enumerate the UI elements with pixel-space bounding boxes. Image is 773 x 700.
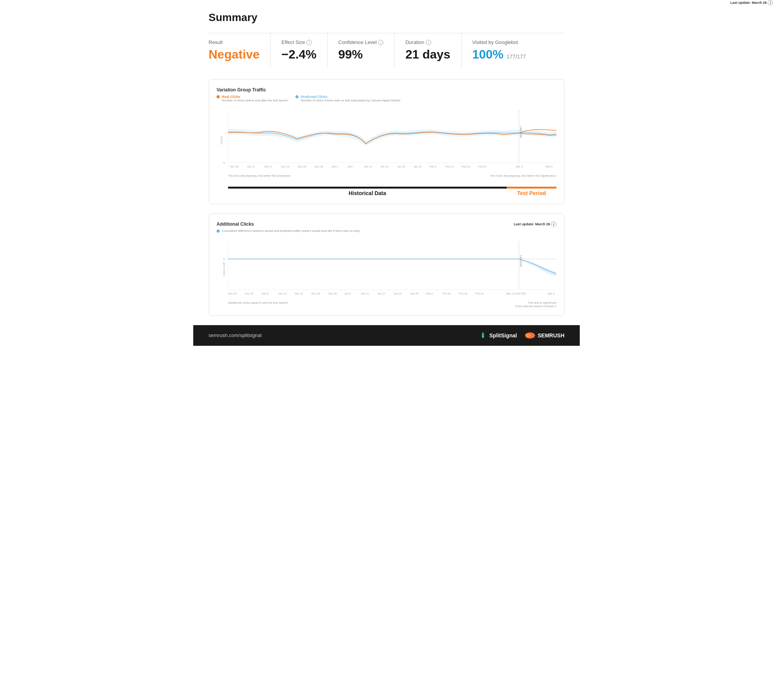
duration-value: 21 days [405, 48, 450, 62]
chart2-notes: Additional clicks equal 0 until the test… [228, 301, 556, 308]
svg-text:Dec 26: Dec 26 [314, 165, 323, 168]
svg-point-54 [526, 334, 531, 337]
svg-text:Jan 31: Jan 31 [414, 165, 422, 168]
metrics-row: Result Negative Effect Size i −2.4% Conf… [209, 33, 564, 68]
additional-clicks-dot [217, 230, 220, 233]
svg-text:Jan 25: Jan 25 [397, 165, 405, 168]
chart2-svg: 0 Launched Stopped Nov 24 Nov 30 Dec 6 [217, 238, 556, 299]
chart2-legend: Cumulative difference between actual and… [217, 229, 360, 233]
svg-text:Dec 6: Dec 6 [262, 292, 269, 295]
chart2-info-icon[interactable]: i [551, 222, 556, 227]
metric-effect-size: Effect Size i −2.4% [281, 33, 327, 68]
svg-text:Jan 5: Jan 5 [344, 292, 351, 295]
legend-predicted-clicks: Predicted Clicks Number of clicks if the… [295, 95, 400, 102]
svg-text:Nov 30: Nov 30 [245, 292, 253, 295]
period-bar-wrapper [228, 187, 556, 189]
footer: semrush.com/splitsignal SplitSignal SEMR… [193, 325, 580, 346]
footer-brands: SplitSignal SEMRUSH [479, 331, 564, 340]
visited-sub: 177/177 [507, 54, 526, 60]
svg-text:Dec 30: Dec 30 [328, 292, 337, 295]
chart1-title: Variation Group Traffic [217, 87, 400, 92]
duration-info-icon[interactable]: i [426, 40, 431, 45]
metric-visited: Visited by Googlebot 100% 177/177 [472, 33, 536, 68]
duration-label: Duration i [405, 39, 450, 45]
svg-text:Jan 17: Jan 17 [377, 292, 385, 295]
svg-text:0: 0 [224, 161, 225, 164]
page-title: Summary [209, 12, 564, 24]
chart1-notes: The less discrepancy, the better the pre… [228, 174, 556, 177]
splitsignal-icon [479, 331, 487, 340]
svg-text:Nov 24: Nov 24 [228, 292, 237, 295]
footer-url: semrush.com/splitsignal [209, 332, 262, 338]
svg-text:Dec 12: Dec 12 [278, 292, 287, 295]
chart2-note-right: The test is significant if the interval … [515, 301, 556, 308]
svg-text:Jan 19: Jan 19 [380, 165, 388, 168]
test-period-label: Test Period [507, 190, 556, 196]
effect-size-label: Effect Size i [281, 39, 316, 45]
period-labels: Historical Data Test Period [228, 190, 556, 196]
svg-text:Feb 12: Feb 12 [446, 165, 454, 168]
svg-text:Feb 16: Feb 16 [459, 292, 467, 295]
svg-text:Jan 13: Jan 13 [364, 165, 372, 168]
svg-text:Dec 2: Dec 2 [247, 165, 254, 168]
chart1-svg: 0 Launched Stopped Nov 26 Dec 2 [217, 107, 556, 172]
svg-text:Feb 10: Feb 10 [442, 292, 451, 295]
chart2-y-label: Clicks Diff [222, 263, 226, 276]
metric-duration: Duration i 21 days [405, 33, 461, 68]
visited-value: 100% 177/177 [472, 48, 526, 62]
legend-additional-clicks: Cumulative difference between actual and… [217, 229, 360, 233]
real-clicks-dot [217, 95, 220, 98]
svg-text:0: 0 [224, 258, 225, 261]
svg-text:Mar 9: Mar 9 [548, 292, 554, 295]
svg-text:Mar 8: Mar 8 [546, 165, 553, 168]
svg-text:Mar 2: Mar 2 [516, 165, 523, 168]
svg-text:Jan 29: Jan 29 [410, 292, 418, 295]
svg-text:Dec 18: Dec 18 [294, 292, 303, 295]
confidence-info-icon[interactable]: i [378, 40, 383, 45]
chart2-card: Additional Clicks Cumulative difference … [209, 214, 564, 315]
svg-text:Feb 6: Feb 6 [429, 165, 436, 168]
chart1-y-label: Clicks [220, 136, 223, 145]
svg-text:Feb 22: Feb 22 [475, 292, 484, 295]
svg-text:Mar 2 (2:56 PM): Mar 2 (2:56 PM) [506, 292, 526, 295]
svg-text:Dec 20: Dec 20 [298, 165, 306, 168]
historical-bar [228, 187, 507, 189]
svg-text:Dec 24: Dec 24 [311, 292, 320, 295]
chart1-legend: Real Clicks Number of clicks before and … [217, 95, 400, 102]
splitsignal-brand: SplitSignal [479, 331, 517, 340]
test-bar [507, 187, 556, 189]
chart2-last-update: Last update: March 26 i [513, 222, 556, 227]
result-label: Result [209, 39, 260, 45]
svg-text:Jan 23: Jan 23 [394, 292, 402, 295]
svg-text:Nov 26: Nov 26 [230, 165, 238, 168]
result-value: Negative [209, 48, 260, 62]
chart1-card: Variation Group Traffic Real Clicks Numb… [209, 79, 564, 204]
confidence-value: 99% [338, 48, 383, 62]
svg-text:Jan 7: Jan 7 [347, 165, 354, 168]
svg-text:Jan 11: Jan 11 [361, 292, 369, 295]
effect-size-info-icon[interactable]: i [306, 40, 312, 45]
svg-text:Jan 1: Jan 1 [331, 165, 338, 168]
historical-label: Historical Data [228, 190, 507, 196]
svg-text:Feb 18: Feb 18 [462, 165, 470, 168]
metric-confidence: Confidence Level i 99% [338, 33, 395, 68]
svg-text:Dec 8: Dec 8 [265, 165, 271, 168]
svg-text:Feb 24: Feb 24 [478, 165, 486, 168]
period-bar-section: Historical Data Test Period [217, 184, 556, 196]
svg-text:Dec 14: Dec 14 [281, 165, 289, 168]
svg-text:Feb 4: Feb 4 [426, 292, 433, 295]
semrush-brand: SEMRUSH [525, 331, 564, 340]
legend-real-clicks: Real Clicks Number of clicks before and … [217, 95, 288, 102]
metric-result: Result Negative [209, 33, 271, 68]
visited-label: Visited by Googlebot [472, 39, 526, 45]
chart2-title: Additional Clicks [217, 222, 360, 227]
confidence-label: Confidence Level i [338, 39, 383, 45]
predicted-clicks-dot [295, 95, 298, 98]
effect-size-value: −2.4% [281, 48, 316, 62]
semrush-icon [525, 331, 535, 340]
